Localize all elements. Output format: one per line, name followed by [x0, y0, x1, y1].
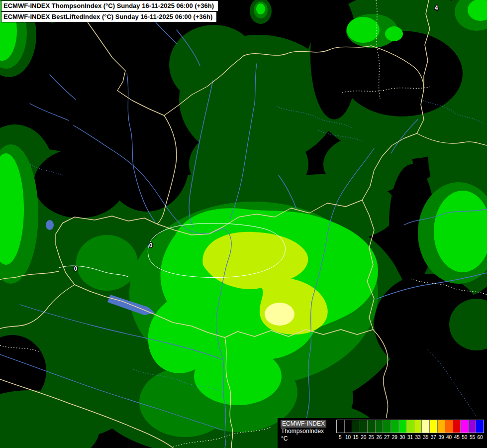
map-title-best-lifted-index: ECMWF-INDEX BestLiftedIndex (°C) Sunday … — [1, 11, 217, 22]
legend-tick-label: 10 — [344, 433, 352, 440]
legend-tick-label: 20 — [360, 433, 368, 440]
legend-tick-label: 25 — [368, 433, 376, 440]
legend-color-cell — [476, 420, 484, 433]
contour-label: 0 — [74, 265, 78, 272]
contour-label: 4 — [435, 4, 438, 11]
legend-color-scale: 5101520252627293031333537394045505560 — [336, 418, 487, 448]
legend-color-cell — [383, 420, 391, 433]
legend-color-cell — [399, 420, 407, 433]
legend-color-cell — [345, 420, 353, 433]
legend-tick-label: 15 — [352, 433, 360, 440]
legend-tick-label: 30 — [398, 433, 406, 440]
legend-tick-label: 27 — [383, 433, 391, 440]
legend-color-cell — [453, 420, 461, 433]
legend-tick-label: 60 — [476, 433, 484, 440]
legend-color-cell — [360, 420, 368, 433]
legend-tick-label: 45 — [453, 433, 461, 440]
weather-map: 0 0 4 — [0, 0, 487, 448]
legend-tick-label: 31 — [406, 433, 414, 440]
map-title-thompson-index: ECMWF-INDEX ThompsonIndex (°C) Sunday 16… — [1, 0, 218, 11]
legend-unit-label: °C — [281, 435, 336, 443]
legend-tick-label: 37 — [430, 433, 438, 440]
legend-tick-label: 29 — [390, 433, 398, 440]
legend-tick-label: 40 — [445, 433, 453, 440]
legend-color-cell — [391, 420, 399, 433]
legend-color-cell — [414, 420, 422, 433]
legend-parameter-label: ThompsonIndex — [281, 428, 336, 435]
legend-color-cell — [461, 420, 469, 433]
legend-tick-label: 55 — [469, 433, 477, 440]
legend-titles: ECMWF-INDEX ThompsonIndex °C — [278, 418, 336, 448]
legend-tick-label: 26 — [375, 433, 383, 440]
legend-ticks: 5101520252627293031333537394045505560 — [336, 433, 484, 440]
legend-tick-label: 39 — [437, 433, 445, 440]
legend-panel: ECMWF-INDEX ThompsonIndex °C 51015202526… — [278, 418, 487, 448]
legend-color-cell — [469, 420, 477, 433]
legend-color-cell — [430, 420, 438, 433]
legend-color-cell — [445, 420, 453, 433]
legend-color-cell — [337, 420, 345, 433]
legend-color-cells — [336, 420, 484, 433]
legend-tick-label: 35 — [422, 433, 430, 440]
legend-color-cell — [406, 420, 414, 433]
legend-model-label: ECMWF-INDEX — [281, 420, 326, 428]
legend-color-cell — [376, 420, 384, 433]
legend-color-cell — [352, 420, 360, 433]
legend-tick-label: 50 — [461, 433, 469, 440]
legend-color-cell — [422, 420, 430, 433]
contour-label: 0 — [149, 242, 153, 249]
legend-tick-label: 33 — [414, 433, 422, 440]
legend-color-cell — [438, 420, 446, 433]
pale-yellow-region — [265, 303, 294, 326]
legend-color-cell — [368, 420, 376, 433]
legend-tick-label: 5 — [336, 433, 344, 440]
